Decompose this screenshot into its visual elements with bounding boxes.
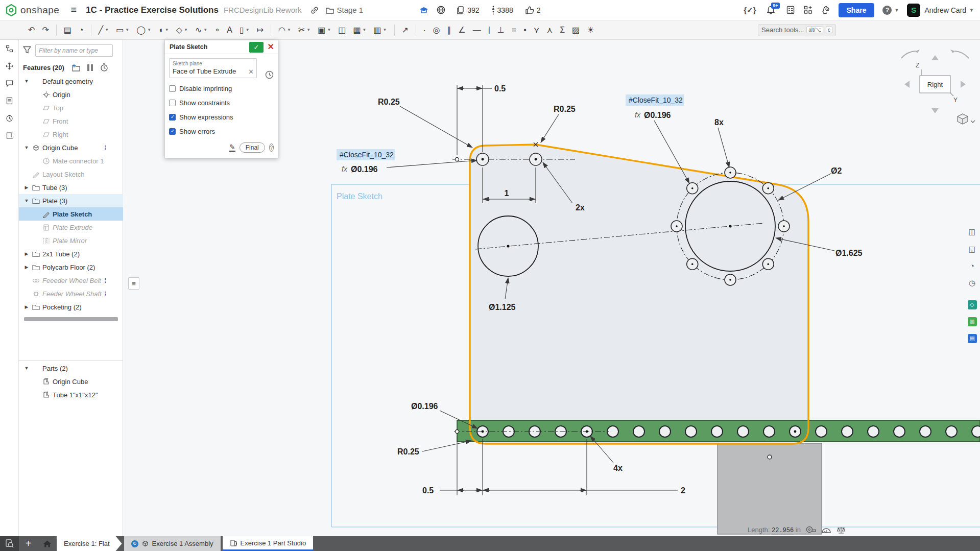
tree-item-plate-extrude[interactable]: Plate Extrude xyxy=(19,221,123,234)
tree-item-origin-cube[interactable]: Origin Cube xyxy=(19,375,123,388)
expand-chevron-icon[interactable]: ▼ xyxy=(22,366,31,371)
hidden-parts-icon[interactable]: ◔ xyxy=(966,259,978,272)
extend-tool-icon[interactable]: ▣▼ xyxy=(315,23,333,36)
undo-icon[interactable]: ↶ xyxy=(26,23,37,36)
spline-tool-icon[interactable]: ∿▼ xyxy=(193,23,210,36)
plane-label[interactable]: Plate Sketch xyxy=(337,192,383,201)
document-icon[interactable] xyxy=(0,92,19,109)
view-options-cube-icon[interactable] xyxy=(958,114,975,124)
tree-item-top[interactable]: Top xyxy=(19,101,123,114)
tree-item-2x1-tube-2[interactable]: ▶2x1 Tube (2) xyxy=(19,247,123,260)
tab-exercise-1-flat[interactable]: Exercise 1: Flat xyxy=(57,536,122,551)
release-checklist-icon[interactable] xyxy=(786,6,795,14)
redo-icon[interactable]: ↷ xyxy=(39,23,51,36)
dialog-help-icon[interactable]: ? xyxy=(269,143,274,152)
display-teal-icon[interactable]: ◇ xyxy=(966,298,978,311)
polygon-tool-icon[interactable]: ◇▼ xyxy=(174,23,190,36)
tree-item-parts-2[interactable]: ▼Parts (2) xyxy=(19,362,123,375)
constraint-coincident-icon[interactable]: ∙ xyxy=(421,24,428,36)
tree-item-tube-1-x1-x12[interactable]: Tube 1"x1"x12" xyxy=(19,388,123,401)
ai-advisor-icon[interactable] xyxy=(822,6,830,14)
constraint-symmetric-icon[interactable]: ⋏ xyxy=(544,23,555,36)
drag-handle-icon[interactable]: ⁞ xyxy=(104,290,106,298)
confirm-check-button[interactable]: ✓ xyxy=(249,42,264,53)
expand-chevron-icon[interactable]: ▶ xyxy=(22,185,31,190)
constraint-normal-icon[interactable]: ⋎ xyxy=(531,23,542,36)
suppress-icon[interactable] xyxy=(87,64,93,71)
pattern-tool-icon[interactable]: ▦▼ xyxy=(350,23,369,36)
sketch-icon[interactable]: ▤ xyxy=(61,23,74,36)
user-menu-caret-icon[interactable]: ▼ xyxy=(969,8,974,13)
tree-item-origin[interactable]: Origin xyxy=(19,88,123,101)
point-tool-icon[interactable]: ∘ xyxy=(212,23,222,36)
fillet-tool-icon[interactable]: ◠▼ xyxy=(276,23,294,36)
rollback-bar[interactable] xyxy=(24,317,118,321)
constraint-concentric-icon[interactable]: ◎ xyxy=(430,23,442,36)
user-name[interactable]: Andrew Card xyxy=(924,6,966,14)
tree-item-polycarb-floor-2[interactable]: ▶Polycarb Floor (2) xyxy=(19,260,123,274)
checkbox-show-constraints[interactable]: Show constraints xyxy=(169,99,274,107)
display-blue-icon[interactable]: ▤ xyxy=(966,332,978,345)
expand-chevron-icon[interactable]: ▶ xyxy=(22,265,31,270)
help-icon[interactable]: ? xyxy=(882,6,892,15)
appearance-icon[interactable]: ◷ xyxy=(966,276,978,289)
versions-count[interactable]: 3388 xyxy=(492,6,513,15)
share-button[interactable]: Share xyxy=(839,3,875,17)
history-icon[interactable] xyxy=(0,109,19,127)
tab-search-icon[interactable] xyxy=(0,536,19,551)
text-tool-icon[interactable]: A xyxy=(224,24,235,36)
rectangle-tool-icon[interactable]: ▭▼ xyxy=(113,23,132,36)
drag-handle-icon[interactable]: ⁞ xyxy=(104,277,106,284)
import-dxf-icon[interactable]: ▥▼ xyxy=(371,23,389,36)
update-available-icon[interactable]: ↻ xyxy=(131,540,138,547)
checkbox-show-errors[interactable]: Show errors xyxy=(169,128,274,135)
comment-icon[interactable] xyxy=(0,75,19,92)
protractor-icon[interactable] xyxy=(821,526,831,534)
expand-chevron-icon[interactable]: ▼ xyxy=(22,79,31,84)
tree-item-origin-cube[interactable]: ▼Origin Cube⁞ xyxy=(19,141,123,154)
constraint-tangent-icon[interactable]: ∠ xyxy=(456,23,468,36)
panel-flyout-button[interactable]: ≡ xyxy=(128,277,139,290)
plate-face[interactable] xyxy=(470,145,808,444)
checkbox-icon[interactable] xyxy=(169,114,176,121)
link-icon[interactable] xyxy=(310,6,319,14)
avatar[interactable]: S xyxy=(907,4,920,17)
help-caret-icon[interactable]: ▼ xyxy=(894,8,899,13)
tab-exercise-1-assembly[interactable]: ↻Exercise 1 Assembly xyxy=(124,536,221,551)
dimension-tool-icon[interactable]: ↦ xyxy=(254,23,266,36)
length-value[interactable]: 22.956 xyxy=(772,527,794,535)
sketch-point[interactable] xyxy=(768,455,772,459)
circle-tool-icon[interactable]: ◯▼ xyxy=(134,23,154,36)
likes-count[interactable]: 2 xyxy=(525,6,541,14)
copies-count[interactable]: 392 xyxy=(457,6,479,14)
education-icon[interactable] xyxy=(419,6,428,14)
tree-item-front[interactable]: Front xyxy=(19,114,123,128)
named-views-icon[interactable]: ◱ xyxy=(966,243,978,255)
tree-item-layout-sketch[interactable]: Layout Sketch xyxy=(19,167,123,181)
reference-icon[interactable] xyxy=(0,127,19,144)
display-green-icon[interactable]: ▥ xyxy=(966,315,978,328)
document-title[interactable]: 1C - Practice Exercise Solutions xyxy=(86,5,219,15)
clear-selection-icon[interactable]: ✕ xyxy=(248,68,254,76)
filter-input[interactable] xyxy=(35,44,113,57)
expand-chevron-icon[interactable]: ▶ xyxy=(22,304,31,309)
apps-grid-icon[interactable] xyxy=(804,6,812,14)
checkbox-icon[interactable] xyxy=(169,85,176,92)
checkbox-icon[interactable] xyxy=(169,128,176,135)
constraint-vertical-icon[interactable]: | xyxy=(486,24,493,36)
constraint-scale-icon[interactable]: Σ xyxy=(557,24,567,36)
constraint-perpendicular-icon[interactable]: ⊥ xyxy=(495,23,507,36)
dimension-toggle-icon[interactable]: ✎ xyxy=(229,143,235,152)
checkbox-show-expressions[interactable]: Show expressions xyxy=(169,113,274,121)
insert-image-icon[interactable]: ◔ xyxy=(76,24,86,36)
constraint-parallel-icon[interactable]: ∥ xyxy=(444,23,453,36)
tab-exercise-1-part-studio[interactable]: Exercise 1 Part Studio xyxy=(223,536,314,551)
expand-chevron-icon[interactable]: ▼ xyxy=(22,145,31,150)
checkbox-disable-imprinting[interactable]: Disable imprinting xyxy=(169,85,274,92)
line-tool-icon[interactable]: ╱▼ xyxy=(96,23,112,36)
rollback-history-icon[interactable] xyxy=(100,63,108,71)
tree-item-tube-3[interactable]: ▶Tube (3) xyxy=(19,181,123,194)
constraint-equal-icon[interactable]: = xyxy=(509,24,519,36)
constraint-midpoint-icon[interactable]: • xyxy=(521,24,529,36)
measure-icon[interactable]: ↗ xyxy=(399,23,411,36)
